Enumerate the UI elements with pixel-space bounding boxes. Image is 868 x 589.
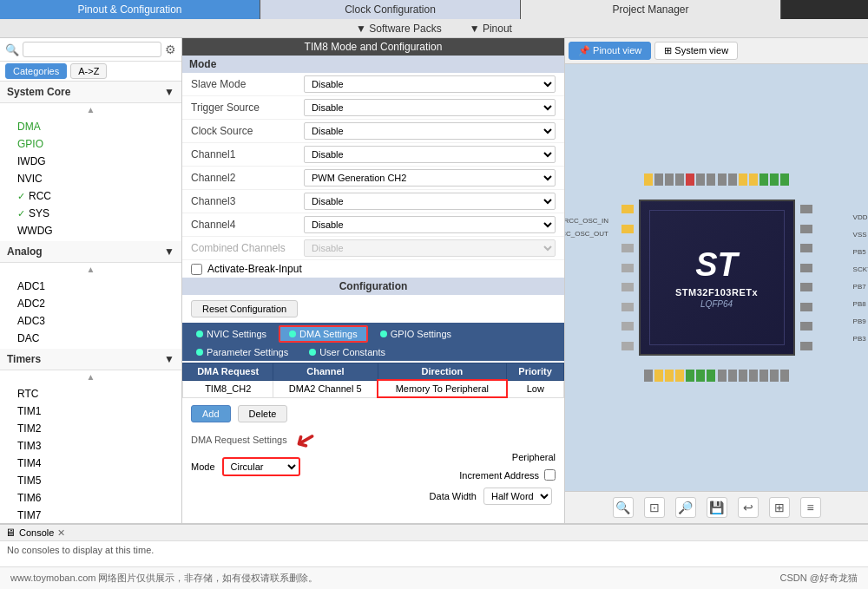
group-system-core-header[interactable]: System Core ▼ (0, 82, 181, 103)
tab-gpio-settings[interactable]: GPIO Settings (372, 325, 460, 343)
sidebar-item-tim1[interactable]: TIM1 (0, 402, 181, 420)
table-row[interactable]: TIM8_CH2 DMA2 Channel 5 Memory To Periph… (183, 380, 564, 397)
select-combined-channels[interactable]: Disable (304, 239, 556, 257)
pin-r-7 (800, 322, 812, 330)
zoom-out-button[interactable]: 🔎 (675, 497, 696, 518)
sub-tab-user-label: User Constants (319, 347, 385, 357)
console-close-button[interactable]: ✕ (57, 527, 65, 539)
group-timers-label: Timers (7, 353, 41, 365)
sidebar-item-gpio[interactable]: GPIO (0, 135, 181, 153)
sidebar-item-tim4[interactable]: TIM4 (0, 455, 181, 472)
pin-pc0 (696, 173, 705, 186)
pin-b-pb2 (739, 370, 747, 382)
undo-button[interactable]: ↩ (738, 497, 759, 518)
nvic-dot (196, 330, 203, 337)
sidebar-item-wwdg[interactable]: WWDG (0, 222, 181, 239)
zoom-in-button[interactable]: 🔍 (613, 497, 634, 518)
col-dma-request: DMA Request (183, 363, 273, 381)
pin-vbat (644, 173, 653, 186)
tab-categories[interactable]: Categories (5, 63, 67, 79)
sidebar-item-rtc[interactable]: RTC (0, 385, 181, 402)
sidebar-item-adc1[interactable]: ADC1 (0, 278, 181, 295)
watermark-bar: www.toymoban.com 网络图片仅供展示，非存储，如有侵权请联系删除。… (0, 566, 868, 589)
sidebar-item-nvic[interactable]: NVIC (0, 170, 181, 187)
chip-outer: ST STM32F103RETx LQFP64 (621, 173, 812, 382)
tab-pinout-view[interactable]: 📌 Pinout view (569, 42, 651, 60)
console-icon: 🖥 (5, 527, 16, 539)
menu-button[interactable]: ≡ (800, 497, 821, 518)
pin-pc13 (654, 173, 663, 186)
grid-button[interactable]: ⊞ (769, 497, 790, 518)
search-input[interactable] (23, 42, 161, 57)
sidebar-item-tim3[interactable]: TIM3 (0, 437, 181, 455)
gear-icon[interactable]: ⚙ (165, 43, 176, 56)
right-pin-label-vdd: VDD (853, 213, 868, 221)
reset-config-button[interactable]: Reset Configuration (191, 300, 298, 317)
mode-section-header: Mode (182, 56, 564, 73)
sidebar-item-iwdg[interactable]: IWDG (0, 153, 181, 170)
top-navigation: Pinout & Configuration Clock Configurati… (0, 0, 868, 19)
pin-row-bottom (643, 370, 791, 382)
sidebar-item-rcc[interactable]: RCC (0, 187, 181, 205)
mode-select[interactable]: Circular Normal (222, 457, 300, 476)
form-row-trigger-source: Trigger Source Disable (182, 96, 564, 120)
fit-view-button[interactable]: ⊡ (644, 497, 665, 518)
sidebar-item-tim5[interactable]: TIM5 (0, 472, 181, 489)
data-width-select[interactable]: Half Word Byte Word (483, 488, 552, 505)
pin-b-pb10 (749, 370, 758, 382)
center-panel-title: TIM8 Mode and Configuration (182, 38, 564, 56)
software-packs-btn[interactable]: ▼ Software Packs (342, 19, 456, 37)
select-channel4[interactable]: Disable (304, 216, 556, 233)
pin-l-4 (621, 264, 634, 272)
select-slave-mode[interactable]: Disable (304, 75, 556, 93)
sidebar-item-adc2[interactable]: ADC2 (0, 295, 181, 312)
delete-button[interactable]: Delete (238, 405, 288, 422)
group-timers-header[interactable]: Timers ▼ (0, 349, 181, 370)
select-clock-source[interactable]: Disable (304, 122, 556, 140)
select-channel3[interactable]: Disable (304, 193, 556, 210)
pinout-btn[interactable]: ▼ Pinout (456, 19, 526, 37)
sidebar-item-sys[interactable]: SYS (0, 205, 181, 222)
tab-dma-settings[interactable]: DMA Settings (279, 325, 368, 343)
chip-logo: ST (695, 246, 738, 284)
group-analog-arrow: ▼ (164, 245, 174, 258)
pin-l-2 (621, 225, 634, 233)
pin-l-5 (621, 283, 634, 291)
checkbox-break-input[interactable] (191, 264, 202, 275)
nav-clock-config[interactable]: Clock Configuration (260, 0, 521, 19)
tab-nvic-settings[interactable]: NVIC Settings (187, 325, 275, 343)
sidebar-item-dma[interactable]: DMA (0, 118, 181, 135)
group-timers-arrow: ▼ (164, 353, 174, 365)
sub-tab-user-constants[interactable]: User Constants (300, 345, 394, 359)
group-analog-header[interactable]: Analog ▼ (0, 241, 181, 263)
sidebar-item-dac[interactable]: DAC (0, 330, 181, 347)
tab-atoz[interactable]: A->Z (70, 63, 107, 79)
right-pin-label-pb10: PB3 (853, 335, 868, 343)
pin-r-2 (800, 225, 812, 233)
form-row-combined-channels: Combined Channels Disable (182, 237, 564, 260)
save-button[interactable]: 💾 (707, 497, 727, 518)
nav-pinout-config[interactable]: Pinout & Configuration (0, 0, 260, 19)
increment-checkbox[interactable] (544, 469, 556, 481)
right-pin-label-pb5: PB5 (853, 248, 868, 256)
label-slave-mode: Slave Mode (191, 78, 304, 90)
gpio-dot (380, 330, 387, 337)
sidebar-item-tim2[interactable]: TIM2 (0, 420, 181, 437)
action-buttons: Add Delete (182, 398, 564, 429)
sidebar-item-tim6[interactable]: TIM6 (0, 489, 181, 507)
add-button[interactable]: Add (191, 405, 231, 422)
tab-system-view[interactable]: ⊞ System view (654, 42, 738, 60)
sidebar-item-adc3[interactable]: ADC3 (0, 312, 181, 330)
pin-pc3 (728, 173, 737, 186)
select-trigger-source[interactable]: Disable (304, 99, 556, 116)
label-break-input: Activate-Break-Input (207, 263, 302, 275)
nav-project-manager[interactable]: Project Manager (521, 0, 781, 19)
sub-tab-row: Parameter Settings User Constants (182, 345, 564, 361)
select-channel2[interactable]: PWM Generation CH2 (304, 169, 556, 187)
data-width-label: Data Width (430, 491, 477, 501)
pin-b-pa4 (696, 370, 705, 382)
pin-r-6 (800, 303, 812, 311)
select-channel1[interactable]: Disable (304, 146, 556, 163)
sub-tab-parameter[interactable]: Parameter Settings (187, 345, 297, 359)
sidebar-item-tim7[interactable]: TIM7 (0, 507, 181, 523)
